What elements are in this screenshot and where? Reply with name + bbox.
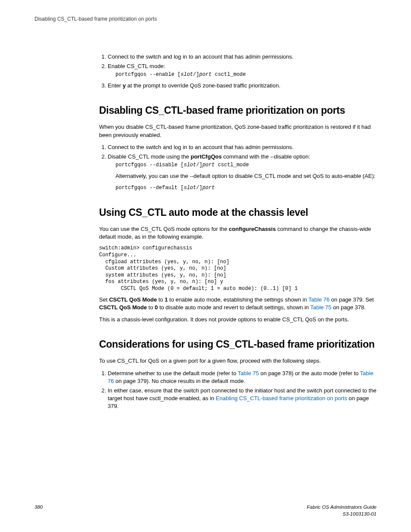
list-item: Disable CS_CTL mode using the portCfgQos… — [108, 153, 377, 192]
mode-name: CSCTL QoS Mode — [109, 296, 157, 303]
main-content: Connect to the switch and log in to an a… — [99, 53, 377, 411]
command-text: portcfgqos --default [slot/]port — [115, 185, 215, 191]
code-block: switch:admin> configurechassis Configure… — [99, 245, 377, 292]
command-name: configureChassis — [229, 226, 276, 232]
text: to enable auto mode, establishing the se… — [168, 296, 308, 303]
step-text: command with the --disable option: — [222, 153, 310, 160]
guide-title: Fabric OS Administrators Guide — [307, 504, 377, 510]
step-text: Enter — [108, 82, 123, 89]
mode-name: CSCTL QoS Mode — [99, 304, 147, 311]
key-input: y — [123, 82, 126, 89]
section-heading: Considerations for using CS_CTL-based fr… — [99, 337, 377, 351]
xref-link[interactable]: Enabling CS_CTL-based frame prioritizati… — [216, 395, 347, 401]
text: on page 378) or the auto mode (refer to — [259, 370, 360, 376]
text: to — [147, 304, 155, 311]
text: You can use the CS_CTL QoS mode options … — [99, 226, 229, 232]
paragraph: This is a chassis-level configuration. I… — [99, 316, 377, 324]
list-item: Connect to the switch and log in to an a… — [108, 143, 377, 151]
paragraph: You can use the CS_CTL QoS mode options … — [99, 225, 377, 241]
xref-link[interactable]: Table 75 — [238, 370, 259, 376]
alt-paragraph: Alternatively, you can use the --default… — [115, 172, 377, 180]
list-item: Connect to the switch and log in to an a… — [108, 53, 377, 61]
list-item: Enable CS_CTL mode: portcfgqos --enable … — [108, 62, 377, 78]
paragraph: To use CS_CTL for QoS on a given port fo… — [99, 357, 377, 365]
page-number: 380 — [34, 504, 43, 510]
step-text: at the prompt to override QoS zone-based… — [126, 82, 280, 89]
text: on page 379). No choice results in the d… — [114, 378, 245, 384]
list-item: Enter y at the prompt to override QoS zo… — [108, 82, 377, 90]
command-name: portCfgQos — [190, 153, 221, 160]
text: Set — [99, 296, 109, 303]
section3-steps: Determine whether to use the default mod… — [99, 370, 377, 411]
page-footer: 380 Fabric OS Administrators Guide 53-10… — [34, 504, 377, 517]
page-header: Disabling CS_CTL-based frame prioritizat… — [34, 16, 377, 23]
paragraph: Set CSCTL QoS Mode to 1 to enable auto m… — [99, 296, 377, 311]
text: on page 379. Set — [330, 296, 374, 303]
step-text: Enable CS_CTL mode: — [108, 63, 165, 69]
section-heading: Disabling CS_CTL-based frame prioritizat… — [99, 103, 377, 117]
command-text: portcfgqos --enable [slot/]port csctl_mo… — [115, 72, 246, 78]
section1-steps: Connect to the switch and log in to an a… — [99, 143, 377, 192]
command-text: portcfgqos --disable [slot/]port csctl_m… — [115, 162, 249, 168]
doc-number: 53-1003130-01 — [343, 511, 377, 516]
intro-steps-list: Connect to the switch and log in to an a… — [99, 53, 377, 90]
paragraph: When you disable CS_CTL-based frame prio… — [99, 123, 377, 139]
text: to — [157, 296, 165, 303]
list-item: In either case, ensure that the switch p… — [108, 387, 377, 411]
text: on page 378. — [331, 304, 366, 311]
text: to disable auto mode and revert to defau… — [158, 304, 310, 311]
xref-link[interactable]: Table 75 — [310, 304, 331, 311]
step-text: Disable CS_CTL mode using the — [108, 153, 190, 160]
section-heading: Using CS_CTL auto mode at the chassis le… — [99, 205, 377, 219]
list-item: Determine whether to use the default mod… — [108, 370, 377, 385]
text: Determine whether to use the default mod… — [108, 370, 238, 376]
xref-link[interactable]: Table 76 — [308, 296, 330, 303]
